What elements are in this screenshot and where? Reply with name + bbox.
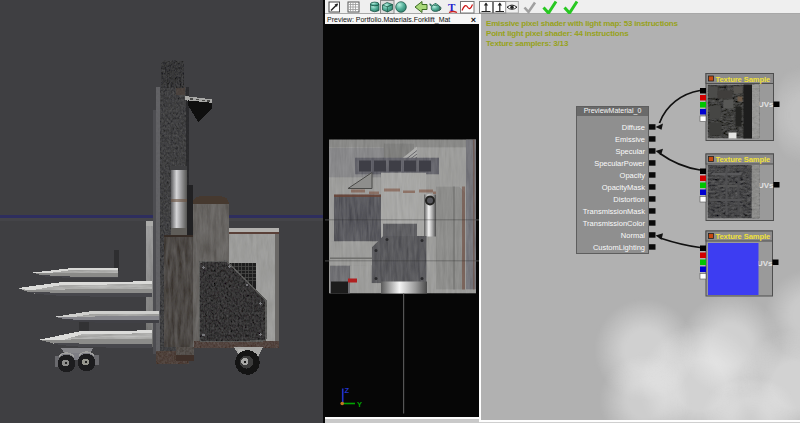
svg-text:Y: Y bbox=[357, 400, 362, 409]
svg-text:Texture Sample: Texture Sample bbox=[716, 232, 771, 241]
svg-text:UVs: UVs bbox=[757, 259, 773, 268]
svg-text:Z: Z bbox=[345, 386, 350, 395]
svg-text:Texture Sample: Texture Sample bbox=[716, 155, 771, 164]
svg-text:UVs: UVs bbox=[758, 181, 774, 190]
svg-text:Texture Sample: Texture Sample bbox=[716, 75, 771, 84]
svg-text:UVs: UVs bbox=[758, 100, 774, 109]
